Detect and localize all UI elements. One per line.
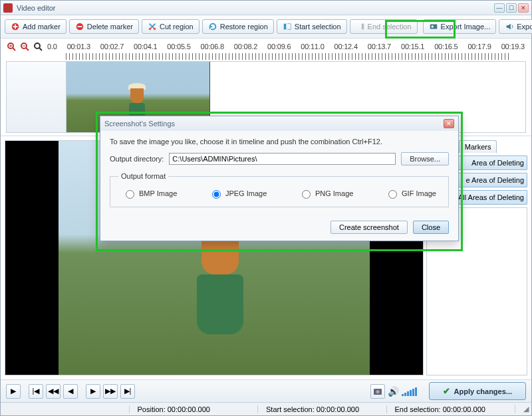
apply-changes-button[interactable]: ✔Apply changes...	[429, 382, 526, 400]
svg-rect-5	[361, 24, 364, 30]
step-forward-button[interactable]: ▶	[86, 384, 100, 399]
svg-point-7	[431, 25, 434, 28]
browse-button[interactable]: Browse...	[401, 152, 449, 165]
add-marker-button[interactable]: Add marker	[5, 19, 66, 34]
dialog-hint: To save the image you like, choose it in…	[110, 138, 449, 146]
cut-region-button[interactable]: Cut region	[142, 19, 200, 34]
svg-point-10	[35, 43, 40, 49]
status-start: Start selection: 00:00:00.000	[257, 405, 386, 413]
dialog-close-icon[interactable]: ✕	[444, 119, 454, 128]
app-icon	[3, 3, 13, 13]
step-back-button[interactable]: ◀	[63, 384, 78, 399]
timeline-ruler[interactable]	[66, 53, 511, 60]
titlebar: Video editor — ☐ ✕	[1, 1, 531, 15]
play-button[interactable]: ▶	[6, 384, 21, 399]
output-format-group: Output format BMP Image JPEG Image PNG I…	[110, 172, 449, 207]
format-gif[interactable]: GIF Image	[385, 188, 436, 199]
speaker-icon[interactable]: 🔊	[388, 386, 399, 397]
screenshot-settings-dialog: Screenshot's Settings ✕ To save the imag…	[100, 116, 459, 241]
restore-region-button[interactable]: Restore region	[202, 19, 274, 34]
svg-point-12	[376, 390, 379, 393]
toolbar: Add marker Delete marker Cut region Rest…	[1, 15, 531, 39]
export-audio-button[interactable]: Export Audio...	[499, 19, 532, 34]
format-png[interactable]: PNG Image	[299, 188, 353, 199]
status-end: End selection: 00:00:00.000	[386, 405, 515, 413]
start-selection-button[interactable]: Start selection	[277, 19, 347, 34]
svg-rect-4	[284, 24, 287, 30]
zoom-out-icon[interactable]	[19, 41, 30, 52]
format-jpeg[interactable]: JPEG Image	[209, 188, 267, 199]
volume-slider[interactable]	[402, 387, 417, 396]
create-screenshot-button[interactable]: Create screenshot	[331, 221, 408, 234]
minimize-button[interactable]: —	[494, 3, 505, 13]
svg-point-2	[149, 28, 152, 31]
maximize-button[interactable]: ☐	[506, 3, 517, 13]
delete-marker-button[interactable]: Delete marker	[69, 19, 139, 34]
rewind-button[interactable]: ◀◀	[46, 384, 61, 399]
window-title: Video editor	[17, 4, 494, 12]
export-image-button[interactable]: Export Image...	[423, 19, 497, 34]
playback-controls: ▶ |◀ ◀◀ ◀ ▶ ▶▶ ▶| 🔊 ✔Apply changes...	[1, 379, 531, 402]
output-format-legend: Output format	[118, 172, 168, 180]
dialog-close-button[interactable]: Close	[413, 221, 449, 234]
status-position: Position: 00:00:00.000	[129, 405, 258, 413]
close-button[interactable]: ✕	[518, 3, 529, 13]
zoom-in-icon[interactable]	[6, 41, 17, 52]
end-selection-button: End selection	[350, 19, 418, 34]
format-bmp[interactable]: BMP Image	[122, 188, 177, 199]
status-bar: Position: 00:00:00.000 Start selection: …	[1, 402, 531, 415]
svg-point-3	[154, 28, 156, 31]
fast-forward-button[interactable]: ▶▶	[103, 384, 118, 399]
dialog-title: Screenshot's Settings	[104, 120, 444, 128]
tab-markers[interactable]: Markers	[459, 140, 497, 153]
snapshot-button[interactable]	[370, 384, 385, 399]
skip-end-button[interactable]: ▶|	[120, 384, 135, 399]
timeline-gutter	[6, 61, 66, 133]
zoom-fit-icon[interactable]	[33, 41, 43, 52]
skip-start-button[interactable]: |◀	[29, 384, 43, 399]
timeline-ticks: 0.000:01.300:02.700:04.100:05.500:06.800…	[46, 43, 526, 51]
output-directory-label: Output directory:	[110, 155, 164, 163]
resize-grip-icon[interactable]: ◢	[515, 405, 531, 413]
output-directory-input[interactable]	[169, 153, 396, 165]
